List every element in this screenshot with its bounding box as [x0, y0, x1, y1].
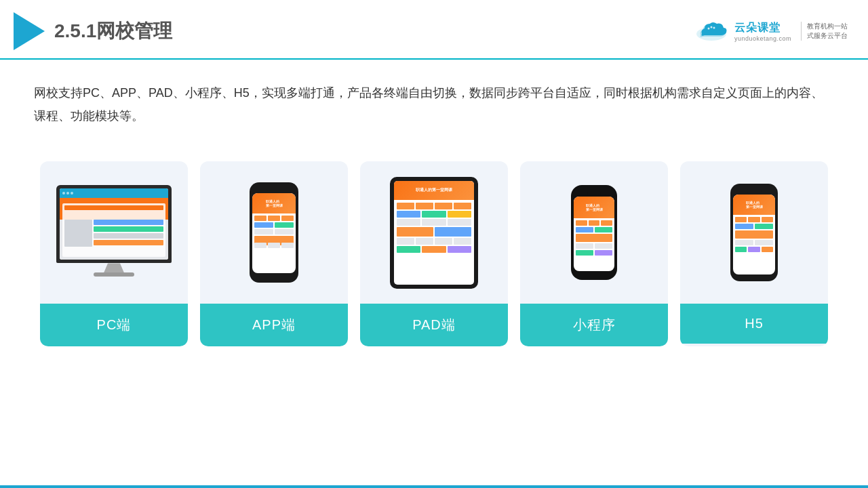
logo-url: yunduoketang.com — [734, 35, 791, 42]
title-prefix: 2.5.1 — [54, 20, 96, 41]
tablet-pad-icon: 职通人的第一堂网课 — [390, 177, 478, 289]
logo-slogan: 教育机构一站式服务云平台 — [801, 22, 848, 41]
card-pad-label: PAD端 — [360, 304, 508, 346]
card-pc-image — [40, 161, 188, 304]
card-pad-image: 职通人的第一堂网课 — [360, 161, 508, 304]
header: 2.5.1网校管理 云朵课堂 yunduoketang.com 教育机构一站式服… — [0, 0, 868, 60]
phone-mini-icon: 职通人的第一堂网课 — [571, 185, 617, 280]
card-mini-label: 小程序 — [520, 304, 668, 346]
pc-monitor-icon — [56, 185, 172, 280]
card-h5-image: 职通人的第一堂网课 — [680, 161, 828, 304]
card-pc-label: PC端 — [40, 304, 188, 346]
card-mini-image: 职通人的第一堂网课 — [520, 161, 668, 304]
logo-area: 云朵课堂 yunduoketang.com 教育机构一站式服务云平台 — [694, 19, 848, 43]
svg-point-2 — [710, 26, 712, 28]
header-left: 2.5.1网校管理 — [14, 12, 172, 50]
card-pc: PC端 — [40, 161, 188, 346]
card-app: 职通人的第一堂网课 — [200, 161, 348, 346]
phone-h5-icon: 职通人的第一堂网课 — [730, 184, 778, 281]
card-h5-label: H5 — [680, 304, 828, 344]
cards-container: PC端 职通人的第一堂网课 — [0, 148, 868, 367]
card-app-label: APP端 — [200, 304, 348, 346]
bottom-accent-bar — [0, 485, 868, 488]
logo-name: 云朵课堂 — [734, 21, 781, 35]
description-text: 网校支持PC、APP、PAD、小程序、H5，实现多端打通，产品各终端自由切换，数… — [0, 60, 868, 141]
card-app-image: 职通人的第一堂网课 — [200, 161, 348, 304]
logo-text: 云朵课堂 yunduoketang.com — [734, 21, 791, 42]
page-title: 2.5.1网校管理 — [54, 18, 172, 44]
card-mini: 职通人的第一堂网课 — [520, 161, 668, 346]
card-h5: 职通人的第一堂网课 — [680, 161, 828, 346]
cloud-logo-icon — [694, 19, 729, 43]
card-pad: 职通人的第一堂网课 — [360, 161, 508, 346]
play-icon — [14, 12, 45, 50]
svg-point-3 — [713, 27, 715, 29]
title-main: 网校管理 — [96, 20, 172, 41]
svg-point-1 — [707, 28, 709, 30]
description-content: 网校支持PC、APP、PAD、小程序、H5，实现多端打通，产品各终端自由切换，数… — [34, 81, 834, 127]
phone-app-icon: 职通人的第一堂网课 — [250, 182, 298, 283]
